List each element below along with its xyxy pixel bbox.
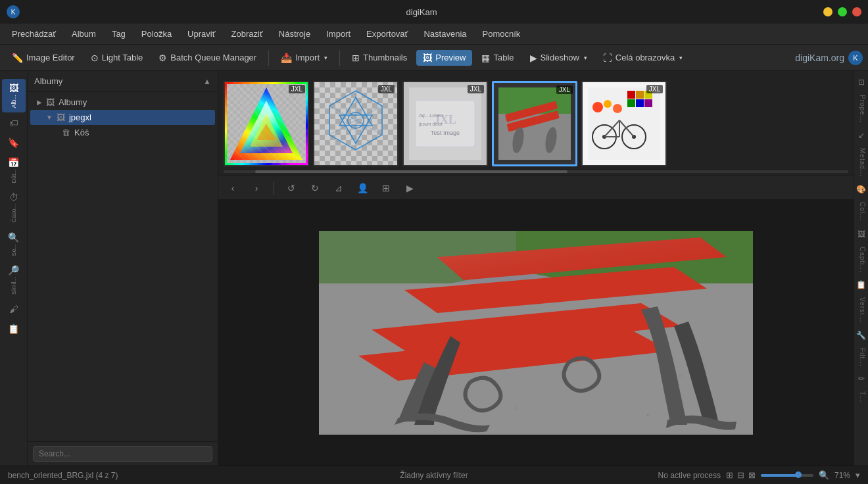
tree-item-koš[interactable]: 🗑 Kôš bbox=[30, 125, 215, 140]
main-area: 🖼 Alb... 🏷 🔖 📅 Dát... ⏱ Časo... 🔍 Se... bbox=[0, 71, 868, 466]
right-tab-capti[interactable]: Capti... bbox=[856, 241, 867, 278]
svg-point-58 bbox=[646, 414, 649, 416]
album-panel: Albumy ▲ ▶ 🖼 Albumy ▼ 🖼 jpegxl 🗑 Kôš bbox=[28, 71, 218, 466]
jxl-badge-3: JXL bbox=[468, 85, 484, 93]
sidebar-tab-fuzzy[interactable]: 🔎 Simil... bbox=[2, 261, 26, 299]
zoom-slider[interactable] bbox=[761, 474, 813, 477]
zoom-out-icon[interactable]: 🔍 bbox=[819, 470, 829, 480]
menu-nástroje[interactable]: Nástroje bbox=[272, 26, 317, 41]
sidebar-tab-search[interactable]: 🔍 Se... bbox=[2, 228, 26, 260]
person-button[interactable]: 👤 bbox=[353, 179, 372, 197]
right-icon-properties[interactable]: ⊡ bbox=[856, 76, 867, 88]
maximize-button[interactable]: □ bbox=[838, 7, 847, 16]
right-icon-filt[interactable]: 🔧 bbox=[856, 329, 867, 341]
thumb-2-image bbox=[314, 82, 397, 165]
image-editor-button[interactable]: ✏️ Image Editor bbox=[5, 50, 82, 66]
separator-1 bbox=[268, 50, 269, 66]
menu-exportovať[interactable]: Exportovať bbox=[360, 26, 414, 41]
thumbnail-scrollbar[interactable] bbox=[224, 170, 848, 173]
rotate-left-button[interactable]: ↺ bbox=[282, 179, 301, 197]
right-icon-capti[interactable]: 🖼 bbox=[856, 228, 867, 240]
right-tab-filt[interactable]: Filt... bbox=[856, 343, 867, 372]
sidebar-tab-albums[interactable]: 🖼 Alb... bbox=[2, 79, 26, 112]
sidebar-tab-gps[interactable]: 📋 bbox=[2, 320, 26, 338]
status-icons: ⊞ ⊟ ⊠ bbox=[726, 470, 756, 480]
menu-nastavenia[interactable]: Nastavenia bbox=[417, 26, 473, 41]
statusbar-right: No active process ⊞ ⊟ ⊠ 🔍 71% ▾ bbox=[581, 470, 860, 480]
preview-canvas bbox=[218, 200, 854, 466]
thumbnail-3[interactable]: JXL Test Image Aq... Lorem ipsum dolor J… bbox=[402, 81, 488, 166]
thumbnail-scrollbar-thumb[interactable] bbox=[255, 170, 567, 173]
tree-item-albumy[interactable]: ▶ 🖼 Albumy bbox=[30, 95, 215, 110]
menu-upraviť[interactable]: Upraviť bbox=[181, 26, 222, 41]
menu-album[interactable]: Album bbox=[65, 26, 103, 41]
right-icon-versi[interactable]: 📋 bbox=[856, 279, 867, 291]
fit-width-icon[interactable]: ⊞ bbox=[726, 470, 733, 480]
thumbnail-4[interactable]: JXL bbox=[492, 81, 577, 166]
jxl-badge-5: JXL bbox=[646, 85, 663, 93]
right-tab-prope[interactable]: Prope... bbox=[856, 89, 867, 128]
thumbnail-1[interactable]: JXL bbox=[224, 81, 309, 166]
svg-text:ipsum dolor: ipsum dolor bbox=[419, 122, 443, 127]
album-tree: ▶ 🖼 Albumy ▼ 🖼 jpegxl 🗑 Kôš bbox=[28, 92, 218, 441]
minimize-button[interactable]: − bbox=[823, 7, 832, 16]
album-collapse-button[interactable]: ▲ bbox=[203, 77, 211, 86]
jxl-badge-2: JXL bbox=[378, 85, 395, 93]
search-input[interactable] bbox=[33, 446, 212, 462]
light-table-button[interactable]: ⊙ Light Table bbox=[84, 50, 150, 66]
svg-rect-3 bbox=[227, 84, 306, 163]
jpegxl-icon: 🖼 bbox=[57, 112, 65, 122]
batch-queue-button[interactable]: ⚙ Batch Queue Manager bbox=[152, 50, 263, 66]
thumbnails-button[interactable]: ⊞ Thumbnails bbox=[345, 50, 414, 66]
right-tab-metad[interactable]: Metad... bbox=[856, 143, 867, 182]
zoom-slider-thumb[interactable] bbox=[795, 472, 802, 478]
fit-page-icon[interactable]: ⊟ bbox=[737, 470, 744, 480]
prev-button[interactable]: ‹ bbox=[224, 179, 242, 197]
transform-button[interactable]: ⊿ bbox=[329, 179, 348, 197]
tree-item-jpegxl[interactable]: ▼ 🖼 jpegxl bbox=[30, 110, 215, 125]
sidebar-tab-dates[interactable]: 📅 Dát... bbox=[2, 153, 26, 187]
labels-icon: 🏷 bbox=[9, 118, 18, 128]
menu-prechádzať[interactable]: Prechádzať bbox=[5, 26, 62, 41]
sidebar-tab-labels[interactable]: 🏷 bbox=[2, 114, 26, 132]
timeline-icon: ⏱ bbox=[9, 192, 18, 203]
sidebar-tab-paint[interactable]: 🖌 bbox=[2, 300, 26, 318]
menu-import[interactable]: Import bbox=[320, 26, 357, 41]
overlay-button[interactable]: ⊞ bbox=[377, 179, 395, 197]
right-tab-t[interactable]: T... bbox=[856, 386, 867, 408]
play-button[interactable]: ▶ bbox=[400, 179, 419, 197]
right-tab-col[interactable]: Col... bbox=[856, 197, 867, 226]
svg-point-57 bbox=[514, 406, 518, 410]
zoom-dropdown-icon[interactable]: ▾ bbox=[856, 470, 860, 480]
jxl-badge-1: JXL bbox=[289, 85, 305, 93]
table-button[interactable]: ▦ Table bbox=[475, 50, 520, 66]
close-button[interactable]: × bbox=[852, 7, 861, 16]
svg-point-45 bbox=[613, 104, 622, 113]
right-tab-versi[interactable]: Versi... bbox=[856, 292, 867, 328]
next-button[interactable]: › bbox=[247, 179, 266, 197]
actual-size-icon[interactable]: ⊠ bbox=[748, 470, 756, 480]
right-icon-arrow[interactable]: ↙ bbox=[856, 130, 867, 141]
right-icon-edit[interactable]: ✏ bbox=[856, 373, 867, 385]
svg-text:Test Image: Test Image bbox=[431, 130, 460, 136]
zoom-slider-fill bbox=[761, 474, 798, 477]
svg-marker-5 bbox=[240, 101, 293, 153]
sidebar-tab-tags[interactable]: 🔖 bbox=[2, 133, 26, 152]
rotate-right-button[interactable]: ↻ bbox=[306, 179, 324, 197]
sidebar-tab-timeline[interactable]: ⏱ Časo... bbox=[2, 188, 26, 227]
fullscreen-button[interactable]: ⛶ Celá obrazovka ▾ bbox=[596, 50, 689, 66]
titlebar-title: digiKam bbox=[406, 7, 437, 17]
menu-pomocník[interactable]: Pomocník bbox=[476, 26, 527, 41]
svg-rect-0 bbox=[227, 84, 306, 163]
menu-zobraziť[interactable]: Zobraziť bbox=[225, 26, 270, 41]
preview-button[interactable]: 🖼 Preview bbox=[416, 50, 472, 66]
titlebar-controls: − □ × bbox=[823, 7, 861, 16]
statusbar-process: No active process bbox=[658, 471, 721, 480]
menu-tag[interactable]: Tag bbox=[105, 26, 132, 41]
right-icon-col[interactable]: 🎨 bbox=[856, 183, 867, 195]
menu-položka[interactable]: Položka bbox=[135, 26, 178, 41]
import-button[interactable]: 📥 Import ▾ bbox=[274, 50, 334, 66]
thumbnail-5[interactable]: JXL bbox=[581, 81, 667, 166]
slideshow-button[interactable]: ▶ Slideshow ▾ bbox=[523, 50, 594, 66]
thumbnail-2[interactable]: JXL bbox=[313, 81, 398, 166]
